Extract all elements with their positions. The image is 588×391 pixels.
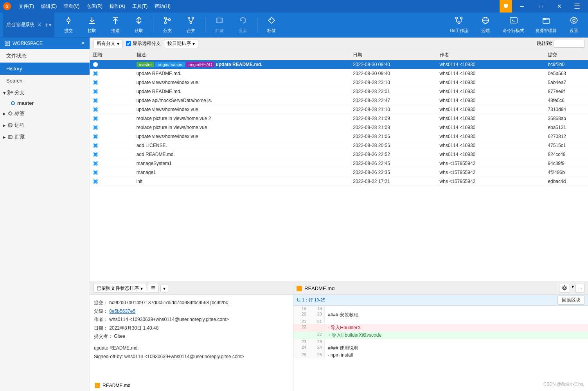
sort-dropdown[interactable]: 按日期排序 ▾ bbox=[164, 39, 198, 48]
toolbar-gitflow[interactable]: Git工作流 bbox=[445, 14, 473, 35]
diff-more-btn[interactable]: ··· bbox=[575, 284, 585, 293]
toolbar-fetch[interactable]: 获取 bbox=[128, 14, 150, 35]
close-tab-icon[interactable]: ✕ bbox=[38, 22, 41, 28]
diff-line: 1919 bbox=[293, 306, 588, 311]
parent-line: 父级： 0e5b5637e5 bbox=[94, 307, 289, 316]
sidebar-item-file-status[interactable]: 文件状态 bbox=[0, 49, 90, 63]
sidebar-section-remote[interactable]: ▸ 远程 bbox=[0, 119, 90, 131]
show-remote-checkbox-label[interactable]: 显示远程分支 bbox=[126, 40, 161, 47]
commit-file-readme[interactable]: F README.md bbox=[93, 382, 290, 389]
diff-toolbar-right: ▾ ··· bbox=[559, 284, 585, 293]
table-row[interactable]: add LICENSE.2022-08-28 20:56whs0114 <109… bbox=[90, 141, 588, 150]
table-row[interactable]: update views/home/index.vue.2022-08-28 2… bbox=[90, 105, 588, 114]
table-row[interactable]: update api/mockServeData/home.js.2022-08… bbox=[90, 96, 588, 105]
sidebar-item-search[interactable]: Search bbox=[0, 75, 90, 87]
list-view-icon bbox=[151, 285, 156, 291]
author-cell: whs0114 <10930 bbox=[437, 60, 545, 69]
diff-hunk-header: 块 1：行 19-25 回滚区块 bbox=[293, 295, 588, 306]
svg-point-33 bbox=[573, 19, 575, 22]
table-row[interactable]: manage12022-08-26 22:35whs <1579559424f2… bbox=[90, 168, 588, 177]
sidebar-header: WORKSPACE ✕ bbox=[0, 38, 90, 49]
table-row[interactable]: manageSystem12022-08-26 22:45whs <157955… bbox=[90, 159, 588, 168]
commit-label: 提交 bbox=[64, 28, 73, 34]
toolbar-remote[interactable]: 远端 bbox=[475, 14, 496, 35]
toolbar-stash[interactable]: 贮藏 bbox=[209, 14, 230, 35]
menu-view[interactable]: 查看(V) bbox=[61, 2, 83, 11]
author-cell: whs0114 <10930 bbox=[437, 78, 545, 87]
tab-workspace[interactable]: 后台管理系统 ✕ + ▾ bbox=[3, 13, 54, 38]
add-tab-icon[interactable]: + bbox=[45, 22, 48, 29]
toolbar-terminal[interactable]: 命令行模式 bbox=[498, 14, 529, 35]
svg-point-17 bbox=[190, 22, 192, 24]
menu-tools[interactable]: 工具(T) bbox=[129, 2, 151, 11]
table-row[interactable]: update views/home/index.vue.2022-08-28 2… bbox=[90, 132, 588, 141]
table-row[interactable]: update views/home/index.vue.2022-08-28 2… bbox=[90, 78, 588, 87]
sidebar-section-tags[interactable]: ▸ 标签 bbox=[0, 108, 90, 119]
date-cell: 2022-08-28 21:08 bbox=[350, 123, 436, 132]
toolbar-push[interactable]: 推送 bbox=[104, 14, 126, 35]
graph-cell bbox=[90, 96, 133, 105]
menu-file[interactable]: 文件(F) bbox=[16, 2, 37, 11]
menu-help[interactable]: 帮助(H) bbox=[151, 2, 174, 11]
diff-settings-btn[interactable] bbox=[559, 284, 570, 293]
table-row[interactable]: masterorigin/masterorigin/HEADupdate REA… bbox=[90, 60, 588, 69]
commit-hash-cell: 6270812 bbox=[545, 132, 588, 141]
tab-dropdown-icon[interactable]: ▾ bbox=[49, 22, 51, 28]
table-row[interactable]: update README.md.2022-08-30 09:40whs0114… bbox=[90, 69, 588, 78]
date-cell: 2022-08-26 22:45 bbox=[350, 159, 436, 168]
author-cell: whs0114 <10930 bbox=[437, 96, 545, 105]
toolbar-commit[interactable]: 提交 bbox=[58, 14, 79, 35]
diff-panel: README.md ▾ ··· 块 1：行 19-25 回滚区块 bbox=[293, 282, 588, 391]
stash-label: 贮藏 bbox=[215, 28, 224, 34]
main-toolbar: 后台管理系统 ✕ + ▾ 提交 拉取 推送 获取 分支 bbox=[0, 13, 588, 38]
jump-to-input[interactable] bbox=[554, 40, 585, 48]
close-button[interactable]: ✕ bbox=[550, 0, 568, 13]
toolbar-explorer[interactable]: 资源管理器 bbox=[530, 14, 561, 35]
sidebar-section-stash[interactable]: ▸ 贮藏 bbox=[0, 131, 90, 143]
sidebar-branch-master[interactable]: master bbox=[0, 99, 90, 108]
table-row[interactable]: init2022-08-22 17:21whs <157955942edbac4… bbox=[90, 177, 588, 186]
table-row[interactable]: replace picture in views/home.vue 22022-… bbox=[90, 114, 588, 123]
branch-filter-dropdown[interactable]: 所有分支 ▾ bbox=[93, 39, 123, 48]
toolbar-merge[interactable]: 合并 bbox=[180, 14, 202, 35]
sidebar-item-history[interactable]: History bbox=[0, 63, 90, 75]
toolbar-branch[interactable]: 分支 bbox=[156, 14, 178, 35]
toolbar-right: Git工作流 远端 命令行模式 资源管理器 设置 bbox=[445, 14, 585, 35]
branch-section-icon bbox=[7, 90, 13, 95]
toolbar-settings[interactable]: 设置 bbox=[563, 14, 585, 35]
toolbar-tag[interactable]: 标签 bbox=[261, 14, 282, 35]
menu-actions[interactable]: 操作(A) bbox=[106, 2, 128, 11]
revert-hunk-btn[interactable]: 回滚区块 bbox=[557, 296, 585, 305]
sidebar-section-branches[interactable]: ▾ 分支 bbox=[0, 87, 90, 99]
diff-line: 22+ 导入HbuilderX或vscode bbox=[293, 332, 588, 339]
toolbar-discard[interactable]: 丢弃 bbox=[232, 14, 254, 35]
hamburger-menu[interactable]: ☰ bbox=[569, 0, 585, 13]
desc-cell: update views/home/index.vue. bbox=[133, 132, 350, 141]
diff-lines-container: 19192020#### 安装教程212122- 导入HbuilderX22+ … bbox=[293, 306, 588, 358]
svg-point-11 bbox=[165, 17, 167, 19]
show-remote-checkbox[interactable] bbox=[126, 41, 131, 46]
view-toggle-btn[interactable] bbox=[148, 284, 159, 293]
col-header-desc: 描述 bbox=[133, 50, 350, 60]
toolbar-pull[interactable]: 拉取 bbox=[81, 14, 103, 35]
menu-repo[interactable]: 仓库(R) bbox=[83, 2, 106, 11]
table-row[interactable]: add README.md.2022-08-26 22:52whs0114 <1… bbox=[90, 150, 588, 159]
view-mode-btn[interactable]: ▾ bbox=[160, 285, 168, 292]
author-cell: whs0114 <10930 bbox=[437, 150, 545, 159]
parent-hash-link[interactable]: 0e5b5637e5 bbox=[109, 308, 135, 314]
commit-hash-cell: 36868ab bbox=[545, 114, 588, 123]
menu-edit[interactable]: 编辑(E) bbox=[38, 2, 60, 11]
table-row[interactable]: update README.md.2022-08-28 23:01whs0114… bbox=[90, 87, 588, 96]
table-row[interactable]: replace picture in views/home.vue2022-08… bbox=[90, 123, 588, 132]
maximize-button[interactable]: □ bbox=[532, 0, 550, 13]
minimize-button[interactable]: ─ bbox=[513, 0, 531, 13]
svg-text:G: G bbox=[5, 4, 9, 9]
remote-label: 远端 bbox=[481, 28, 490, 34]
sort-files-dropdown[interactable]: 已依照文件状态排序 ▾ bbox=[93, 284, 146, 293]
commit-hash-cell: 0e5b563 bbox=[545, 69, 588, 78]
svg-point-22 bbox=[456, 17, 458, 19]
diff-file-icon bbox=[297, 286, 302, 291]
sidebar-close-icon[interactable]: ✕ bbox=[81, 41, 85, 46]
date-cell: 2022-08-28 22:47 bbox=[350, 96, 436, 105]
author-cell: whs0114 <10930 bbox=[437, 123, 545, 132]
